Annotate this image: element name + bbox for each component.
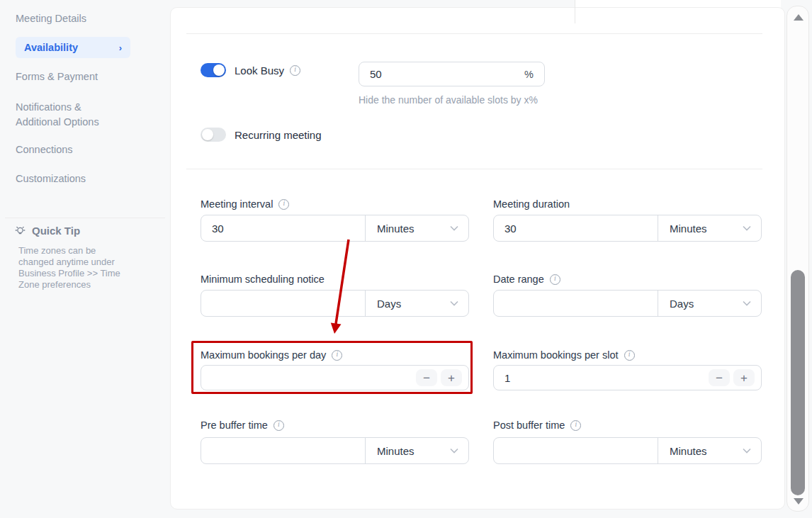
chevron-down-icon (743, 448, 751, 454)
sidebar-item-notifications[interactable]: Notifications & Additional Options (16, 100, 123, 130)
look-busy-label: Look Busy (235, 64, 284, 77)
section-divider-top (186, 33, 762, 34)
quick-tip-title: Quick Tip (32, 225, 80, 237)
date-range-label: Date range (493, 274, 544, 285)
selected-unit: Minutes (670, 223, 707, 235)
settings-sidebar: Meeting Details Availability › Forms & P… (0, 0, 170, 518)
toggle-knob (213, 64, 225, 76)
chevron-down-icon (450, 448, 458, 454)
chevron-down-icon (743, 300, 751, 306)
max-bookings-slot-label: Maximum bookings per slot (493, 349, 619, 361)
top-right-panel-border (575, 0, 575, 23)
scrollbar-thumb[interactable] (791, 270, 805, 495)
section-divider-middle (186, 169, 762, 169)
max-bookings-slot-input[interactable] (494, 366, 709, 390)
percent-suffix: % (524, 69, 544, 80)
info-icon[interactable]: i (624, 350, 635, 361)
quick-tip-header: Quick Tip (14, 225, 80, 237)
pre-buffer-label: Pre buffer time (201, 420, 268, 431)
chevron-down-icon (743, 225, 751, 231)
scroll-up-arrow-icon[interactable] (794, 14, 803, 21)
selected-unit: Days (377, 298, 401, 310)
info-icon[interactable]: i (274, 420, 284, 431)
post-buffer-label: Post buffer time (493, 420, 565, 431)
chevron-down-icon (450, 300, 458, 306)
selected-unit: Minutes (670, 445, 707, 457)
toggle-knob (202, 129, 213, 140)
sidebar-item-label: Availability (24, 42, 78, 53)
meeting-interval-label: Meeting interval (201, 198, 273, 210)
meeting-duration-input[interactable] (494, 215, 658, 241)
sidebar-item-forms-payment[interactable]: Forms & Payment (16, 71, 98, 82)
sidebar-item-availability[interactable]: Availability › (16, 37, 130, 58)
sidebar-divider (5, 218, 165, 218)
scrollbar[interactable] (786, 6, 809, 512)
date-range-input[interactable] (494, 291, 658, 316)
info-icon[interactable]: i (332, 350, 342, 361)
quick-tip-body: Time zones can be changed anytime under … (18, 245, 126, 291)
info-icon[interactable]: i (278, 199, 289, 210)
meeting-interval-unit-select[interactable]: Minutes (366, 215, 468, 241)
decrement-button[interactable]: − (709, 369, 730, 386)
increment-button[interactable]: + (441, 369, 462, 386)
meeting-duration-label: Meeting duration (493, 198, 570, 210)
post-buffer-unit-select[interactable]: Minutes (658, 438, 761, 463)
post-buffer-input[interactable] (494, 438, 658, 463)
min-notice-label: Minimum scheduling notice (201, 274, 325, 285)
decrement-button[interactable]: − (416, 369, 437, 386)
selected-unit: Minutes (377, 445, 415, 457)
max-bookings-day-label: Maximum bookings per day (201, 349, 326, 361)
info-icon[interactable]: i (290, 65, 300, 76)
look-busy-helper-text: Hide the number of available slots by x% (359, 94, 538, 106)
info-icon[interactable]: i (550, 274, 560, 285)
meeting-duration-unit-select[interactable]: Minutes (658, 215, 761, 241)
date-range-unit-select[interactable]: Days (658, 291, 761, 316)
look-busy-toggle[interactable] (201, 63, 226, 77)
pre-buffer-unit-select[interactable]: Minutes (366, 438, 468, 463)
recurring-meeting-toggle[interactable] (201, 128, 226, 142)
sidebar-item-customizations[interactable]: Customizations (16, 173, 86, 184)
meeting-interval-input[interactable] (201, 215, 365, 241)
chevron-right-icon: › (119, 43, 122, 53)
scroll-down-arrow-icon[interactable] (794, 498, 803, 505)
pre-buffer-input[interactable] (201, 438, 365, 463)
availability-settings-panel: Look Busy i % Hide the number of availab… (170, 7, 785, 509)
look-busy-percent-input[interactable] (359, 62, 524, 86)
sidebar-item-meeting-details[interactable]: Meeting Details (16, 13, 86, 24)
sidebar-item-connections[interactable]: Connections (16, 144, 73, 155)
chevron-down-icon (450, 225, 458, 231)
selected-unit: Minutes (377, 223, 415, 235)
min-notice-unit-select[interactable]: Days (366, 291, 468, 316)
info-icon[interactable]: i (570, 420, 581, 431)
selected-unit: Days (670, 298, 694, 310)
min-notice-input[interactable] (201, 291, 365, 316)
lightbulb-icon (14, 225, 26, 237)
increment-button[interactable]: + (733, 369, 755, 386)
max-bookings-day-input[interactable] (201, 366, 416, 390)
recurring-meeting-label: Recurring meeting (235, 129, 322, 141)
